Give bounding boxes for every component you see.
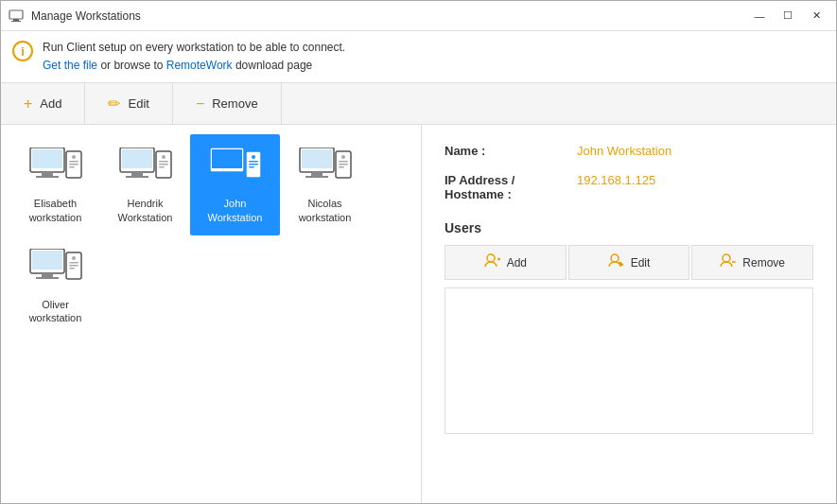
svg-rect-10: [69, 164, 78, 165]
svg-point-44: [72, 256, 76, 260]
toolbar: + Add ✏ Edit − Remove: [1, 83, 836, 125]
edit-button[interactable]: ✏ Edit: [85, 83, 172, 124]
remove-button[interactable]: − Remove: [173, 83, 282, 124]
users-edit-button[interactable]: Edit: [568, 245, 690, 280]
svg-rect-29: [249, 166, 254, 168]
svg-point-48: [487, 254, 495, 262]
edit-icon: ✏: [108, 95, 120, 113]
svg-point-8: [72, 155, 76, 159]
info-middle-text: or browse to: [100, 59, 166, 72]
workstation-icon-elisabeth: [27, 146, 84, 191]
user-remove-icon: [720, 253, 737, 271]
user-add-icon: [484, 253, 501, 271]
svg-rect-33: [305, 176, 328, 178]
detail-ip-value: 192.168.1.125: [577, 173, 655, 187]
svg-rect-2: [11, 21, 21, 22]
svg-point-52: [723, 254, 730, 262]
title-bar-left: Manage Workstations: [9, 9, 141, 24]
minimize-button[interactable]: —: [747, 7, 772, 26]
users-toolbar: Add Edit: [445, 245, 813, 280]
svg-rect-27: [249, 161, 258, 163]
workstation-label-oliver: Oliverworkstation: [29, 298, 82, 325]
add-icon: +: [24, 96, 32, 113]
svg-rect-1: [13, 19, 19, 21]
workstation-label-john: JohnWorkstation: [208, 197, 263, 224]
svg-rect-4: [32, 149, 62, 168]
svg-rect-46: [69, 265, 78, 267]
svg-rect-28: [249, 164, 258, 165]
close-button[interactable]: ✕: [804, 7, 828, 26]
workstation-item-oliver[interactable]: Oliverworkstation: [10, 235, 100, 337]
svg-rect-41: [42, 273, 53, 277]
workstation-icon-hendrik: [117, 146, 174, 191]
info-bar: i Run Client setup on every workstation …: [1, 31, 836, 83]
edit-label: Edit: [128, 96, 148, 111]
workstation-item-hendrik[interactable]: HendrikWorkstation: [100, 134, 190, 235]
svg-rect-37: [339, 164, 348, 165]
window-icon: [9, 9, 24, 24]
svg-rect-36: [339, 161, 348, 163]
svg-rect-5: [42, 172, 53, 176]
remotework-link[interactable]: RemoteWork: [166, 59, 233, 72]
svg-rect-22: [212, 149, 242, 168]
detail-name-value: John Workstation: [577, 144, 671, 158]
info-message: Run Client setup on every workstation to…: [43, 41, 345, 54]
info-end-text: download page: [235, 59, 312, 72]
maximize-button[interactable]: ☐: [776, 7, 800, 26]
users-remove-button[interactable]: Remove: [691, 245, 813, 280]
get-file-link[interactable]: Get the file: [43, 59, 97, 72]
title-controls: — ☐ ✕: [747, 7, 828, 26]
workstation-icon-nicolas: [297, 146, 354, 191]
detail-panel: Name : John Workstation IP Address /Host…: [422, 125, 836, 503]
svg-point-51: [611, 254, 619, 262]
users-remove-label: Remove: [742, 256, 785, 269]
workstation-panel: Elisabethworkstation: [1, 125, 422, 503]
user-edit-icon: [608, 253, 625, 271]
info-text: Run Client setup on every workstation to…: [43, 39, 345, 75]
workstation-label-nicolas: Nicolasworkstation: [299, 197, 352, 224]
workstation-label-elisabeth: Elisabethworkstation: [29, 197, 82, 224]
workstation-grid: Elisabethworkstation: [10, 134, 411, 336]
workstation-item-nicolas[interactable]: Nicolasworkstation: [280, 134, 370, 235]
svg-rect-15: [126, 176, 148, 178]
users-add-button[interactable]: Add: [445, 245, 567, 280]
svg-rect-31: [302, 149, 332, 168]
main-window: Manage Workstations — ☐ ✕ i Run Client s…: [0, 0, 837, 504]
remove-label: Remove: [212, 96, 257, 111]
window-title: Manage Workstations: [31, 9, 141, 23]
svg-rect-42: [36, 277, 59, 279]
svg-point-35: [341, 155, 345, 159]
svg-rect-6: [36, 176, 59, 178]
workstation-item-john[interactable]: JohnWorkstation: [190, 134, 280, 235]
users-section: Users Add: [445, 220, 813, 434]
main-content: Elisabethworkstation: [1, 125, 836, 503]
svg-rect-45: [69, 262, 78, 264]
detail-ip-label: IP Address /Hostname :: [445, 173, 577, 201]
svg-rect-19: [159, 164, 168, 165]
users-title: Users: [445, 220, 813, 235]
svg-rect-0: [9, 10, 23, 19]
add-button[interactable]: + Add: [1, 83, 85, 124]
workstation-item-elisabeth[interactable]: Elisabethworkstation: [10, 134, 100, 235]
svg-rect-18: [159, 161, 168, 163]
detail-name-row: Name : John Workstation: [445, 144, 813, 158]
users-add-label: Add: [507, 256, 527, 269]
workstation-label-hendrik: HendrikWorkstation: [118, 197, 173, 224]
title-bar: Manage Workstations — ☐ ✕: [1, 1, 836, 31]
svg-rect-20: [159, 166, 165, 168]
svg-point-26: [252, 155, 255, 159]
svg-rect-14: [131, 172, 143, 176]
svg-rect-23: [221, 172, 233, 176]
svg-rect-11: [69, 166, 75, 168]
add-label: Add: [40, 96, 61, 111]
svg-rect-32: [311, 172, 323, 176]
svg-rect-24: [216, 176, 238, 178]
info-icon: i: [12, 41, 33, 61]
svg-rect-9: [69, 161, 78, 163]
users-edit-label: Edit: [631, 256, 651, 269]
detail-ip-row: IP Address /Hostname : 192.168.1.125: [445, 173, 813, 201]
workstation-icon-john: [207, 146, 264, 191]
svg-point-17: [162, 155, 166, 159]
users-list[interactable]: [445, 287, 813, 434]
remove-icon: −: [196, 96, 204, 113]
